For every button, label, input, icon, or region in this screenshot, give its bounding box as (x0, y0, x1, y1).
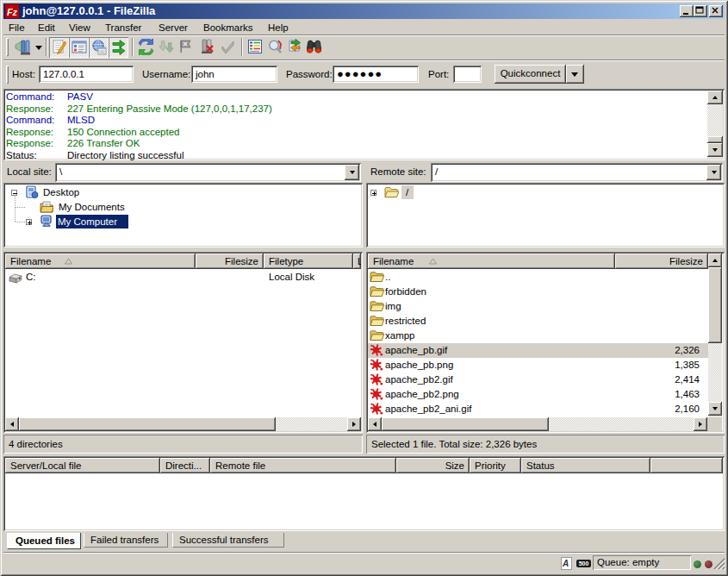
svg-text:Fz: Fz (7, 7, 18, 17)
